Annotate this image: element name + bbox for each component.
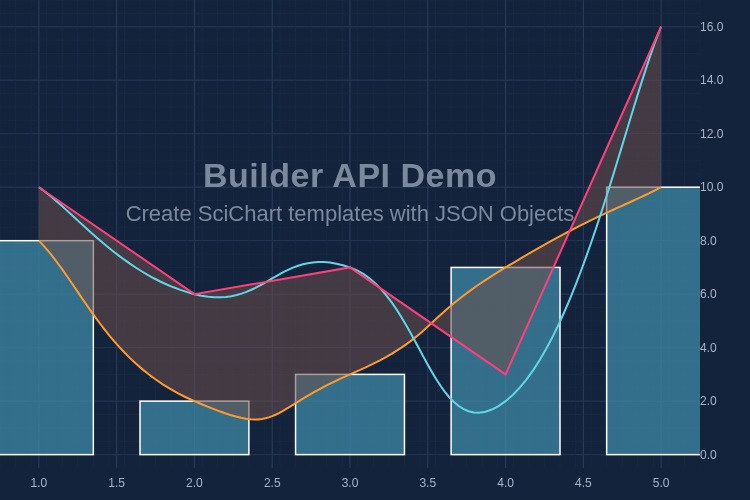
y-axis-tick: 12.0 — [700, 127, 740, 141]
x-axis: 1.01.52.02.53.03.54.04.55.0 — [0, 474, 700, 490]
chart-plot-area[interactable]: Builder API Demo Create SciChart templat… — [0, 0, 700, 468]
x-axis-tick: 1.0 — [31, 476, 48, 490]
y-axis-tick: 0.0 — [700, 448, 740, 462]
y-axis-tick: 16.0 — [700, 20, 740, 34]
y-axis-tick: 8.0 — [700, 234, 740, 248]
x-axis-tick: 3.0 — [342, 476, 359, 490]
y-axis-tick: 6.0 — [700, 287, 740, 301]
bar — [607, 187, 700, 454]
y-axis-tick: 10.0 — [700, 180, 740, 194]
y-axis-tick: 2.0 — [700, 394, 740, 408]
x-axis-tick: 5.0 — [653, 476, 670, 490]
x-axis-tick: 1.5 — [108, 476, 125, 490]
chart-series — [0, 0, 700, 468]
y-axis-tick: 14.0 — [700, 73, 740, 87]
x-axis-tick: 4.0 — [497, 476, 514, 490]
y-axis-tick: 4.0 — [700, 341, 740, 355]
y-axis: 0.02.04.06.08.010.012.014.016.0 — [700, 0, 742, 468]
x-axis-tick: 2.0 — [186, 476, 203, 490]
x-axis-tick: 3.5 — [419, 476, 436, 490]
x-axis-tick: 4.5 — [575, 476, 592, 490]
chart-container: Builder API Demo Create SciChart templat… — [0, 0, 750, 500]
x-axis-tick: 2.5 — [264, 476, 281, 490]
